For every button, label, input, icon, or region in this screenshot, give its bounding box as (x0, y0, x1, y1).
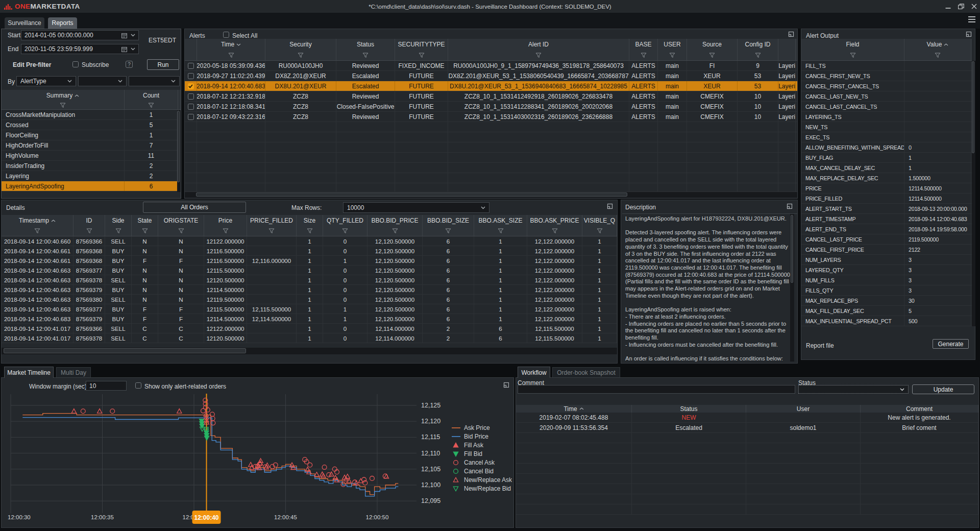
end-datetime-input[interactable]: 2020-11-05 23:59:59.999 (21, 44, 139, 54)
filter-icon[interactable] (850, 53, 856, 58)
filter-icon[interactable] (535, 53, 542, 58)
table-row[interactable]: 2019-02-07 08:02:45.488NEWNew alert is g… (516, 413, 978, 423)
column-header[interactable]: Source (687, 39, 738, 50)
table-row[interactable]: MAX_CANCEL_DELAY_SEC1 (801, 163, 972, 173)
table-row[interactable]: InsiderTrading2 (2, 161, 181, 171)
column-header[interactable]: Count (125, 90, 178, 101)
table-row[interactable]: 2018-09-14 12:00:41.01787569366SELLCC121… (2, 324, 617, 333)
filter-icon[interactable] (597, 228, 603, 234)
alert-time-badge[interactable]: 12:00:40 (192, 511, 221, 524)
filter-icon[interactable] (755, 53, 761, 58)
row-checkbox-checked[interactable] (188, 83, 194, 89)
table-row[interactable]: 2018-09-27 11:02:20.439DX8Z.201@XEUREsca… (185, 71, 797, 81)
table-row[interactable]: NEW_TS (801, 122, 972, 132)
by-alerttype-select[interactable]: AlertType (16, 76, 76, 86)
chevron-down-icon[interactable] (131, 34, 135, 37)
table-row[interactable]: 2018-09-14 12:00:40.66387569377BUYFF1211… (2, 304, 617, 314)
column-header[interactable]: Size (297, 215, 323, 226)
table-row[interactable]: CANCEL_FIRST_NEW_TS (801, 71, 972, 81)
window-margin-input[interactable]: 10 (86, 381, 127, 391)
table-row[interactable]: FILL_TS (801, 61, 972, 71)
table-row[interactable]: MAX_INFLUENTIAL_SPREAD_PCT500 (801, 316, 972, 326)
tab-reports[interactable]: Reports (48, 17, 77, 29)
filter-icon[interactable] (298, 53, 304, 58)
scrollbar-thumb[interactable] (177, 111, 180, 182)
column-header[interactable]: USER (658, 39, 687, 50)
filter-icon[interactable] (148, 103, 154, 108)
table-row[interactable]: 2018-09-14 12:00:40.66187569368BUYNN1211… (2, 246, 617, 256)
market-timeline-chart[interactable]: 12,12512,12012,11512,11012,10512,10012,0… (2, 392, 513, 527)
filter-icon[interactable] (307, 228, 313, 234)
table-row[interactable]: HighOrderToFill7 (2, 140, 181, 151)
table-row[interactable]: NUM_LAYERS3 (801, 255, 972, 265)
filter-icon[interactable] (228, 53, 234, 58)
column-header[interactable]: BBO.BID_SIZE (423, 215, 474, 226)
column-header[interactable]: Security (265, 39, 336, 50)
alert-output-scrollbar[interactable] (972, 61, 975, 326)
column-header[interactable]: BBO.ASK_SIZE (474, 215, 527, 226)
table-row[interactable]: 2018-07-12 09:43:22.316ZCZ8ReviewedFUTUR… (185, 112, 797, 122)
maximize-panel-icon[interactable] (966, 31, 972, 37)
chevron-down-icon[interactable] (131, 47, 135, 51)
tab-multi-day[interactable]: Multi Day (56, 367, 91, 378)
table-row[interactable]: Layering2 (2, 171, 181, 181)
filter-icon[interactable] (142, 228, 148, 234)
filter-icon[interactable] (445, 228, 451, 234)
filter-icon[interactable] (498, 228, 504, 234)
tab-orderbook-snapshot[interactable]: Order-book Snapshot (552, 367, 620, 378)
column-header[interactable]: Time (197, 39, 265, 50)
max-rows-select[interactable]: 10000 (343, 202, 489, 213)
column-header[interactable]: ORIGSTATE (158, 215, 204, 226)
all-orders-tab[interactable]: All Orders (143, 202, 246, 213)
row-checkbox[interactable] (188, 63, 194, 69)
table-row[interactable]: CANCEL_LAST_CANCEL_TS (801, 102, 972, 112)
table-row[interactable]: MAX_REPLACE_BPS30 (801, 296, 972, 306)
table-row[interactable]: ALERT_START_TS2018-09-13 20:00:00.000 (801, 204, 972, 214)
table-row[interactable]: FloorCeiling1 (2, 130, 181, 140)
column-header[interactable]: Alert ID (448, 39, 629, 50)
comment-input[interactable] (518, 385, 795, 394)
summary-scrollbar[interactable] (177, 110, 181, 192)
table-row[interactable]: 2018-09-14 12:00:40.66387569380SELLNN121… (2, 295, 617, 304)
column-header[interactable] (185, 39, 197, 50)
table-row[interactable]: EXEC_TS (801, 132, 972, 142)
table-row[interactable]: PRICE_FILLED12114.500000 (801, 194, 972, 204)
table-row[interactable]: LAYERED_QTY3 (801, 265, 972, 275)
scrollbar-thumb[interactable] (196, 192, 627, 197)
maximize-panel-icon[interactable] (503, 382, 509, 388)
column-header[interactable]: BBO.BID_PRICE (368, 215, 423, 226)
description-scrollbar[interactable] (790, 214, 794, 361)
calendar-icon[interactable] (121, 46, 127, 52)
table-row[interactable]: 2018-09-14 12:00:40.66387569379BUYNN1211… (2, 285, 617, 295)
filter-icon[interactable] (178, 228, 184, 234)
filter-icon[interactable] (935, 53, 941, 58)
status-select[interactable] (798, 385, 909, 394)
minimize-button[interactable] (945, 4, 951, 9)
calendar-icon[interactable] (121, 33, 127, 38)
scrollbar-thumb[interactable] (791, 215, 793, 283)
tab-surveillance[interactable]: Surveillance (5, 17, 44, 29)
column-header[interactable]: BBO.ASK_PRICE (527, 215, 582, 226)
column-header[interactable]: QTY_FILLED (323, 215, 368, 226)
column-header[interactable]: Side (105, 215, 132, 226)
table-row[interactable]: PRICE12114.500000 (801, 183, 972, 194)
table-row[interactable]: 2018-09-14 12:00:41.01787569378SELLCC121… (2, 333, 617, 343)
row-checkbox[interactable] (188, 114, 194, 120)
table-row[interactable]: CANCEL_FIRST_CANCEL_TS (801, 81, 972, 91)
maximize-panel-icon[interactable] (607, 203, 613, 209)
tab-market-timeline[interactable]: Market Timeline (4, 367, 54, 378)
filter-icon[interactable] (60, 103, 66, 108)
table-row[interactable]: 2018-09-14 12:00:40.66087569366SELLNN121… (2, 236, 617, 246)
table-row[interactable]: HighVolume11 (2, 151, 181, 161)
column-header[interactable]: ID (74, 215, 105, 226)
table-row[interactable]: Crossed5 (2, 120, 181, 130)
table-row[interactable]: CrossMarketManipulation1 (2, 110, 181, 120)
update-button[interactable]: Update (912, 384, 974, 394)
column-header[interactable]: Value (904, 39, 971, 50)
select-all-checkbox[interactable] (223, 32, 229, 38)
table-row[interactable]: MAX_REPLACE_DELAY_SEC1.500000 (801, 173, 972, 183)
filter-icon[interactable] (641, 53, 647, 58)
row-checkbox[interactable] (188, 93, 194, 100)
column-header[interactable]: BASE (629, 39, 658, 50)
column-header[interactable]: User (746, 405, 861, 413)
